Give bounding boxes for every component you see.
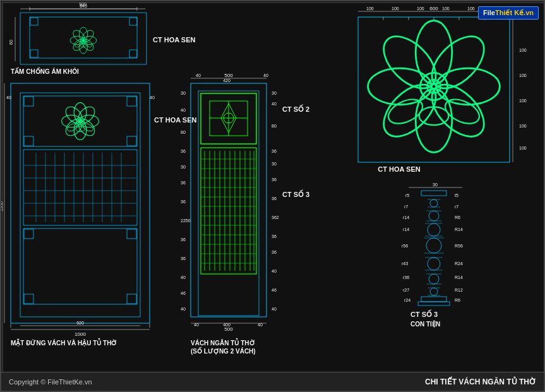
- svg-text:40: 40: [181, 275, 186, 280]
- svg-text:2250: 2250: [181, 218, 191, 223]
- svg-point-201: [430, 288, 438, 295]
- svg-rect-35: [127, 136, 136, 146]
- svg-text:40: 40: [150, 95, 155, 100]
- svg-text:36: 36: [181, 181, 186, 185]
- svg-text:46: 46: [272, 288, 277, 292]
- footer-title: CHI TIẾT VÁCH NGĂN TỦ THỜ: [425, 377, 536, 386]
- svg-rect-48: [23, 150, 137, 225]
- svg-text:r56: r56: [402, 244, 408, 248]
- svg-text:r27: r27: [403, 288, 409, 292]
- svg-text:r5: r5: [405, 193, 409, 198]
- svg-rect-7: [30, 50, 38, 57]
- svg-text:R56: R56: [455, 244, 463, 248]
- svg-text:r24: r24: [404, 298, 410, 302]
- svg-text:40: 40: [196, 73, 201, 78]
- svg-text:30: 30: [272, 162, 277, 166]
- svg-rect-205: [418, 302, 450, 306]
- svg-point-186: [429, 211, 439, 221]
- svg-text:30: 30: [181, 165, 186, 169]
- svg-text:500: 500: [224, 326, 233, 332]
- svg-text:36: 36: [272, 196, 277, 201]
- logo-badge: FileThiết Kế.vn: [478, 6, 539, 20]
- svg-text:362: 362: [272, 215, 279, 220]
- svg-point-183: [430, 199, 438, 207]
- svg-text:R6: R6: [455, 215, 460, 220]
- svg-text:36: 36: [272, 177, 277, 182]
- svg-point-167: [416, 21, 452, 85]
- svg-text:40: 40: [272, 307, 277, 311]
- svg-point-172: [374, 75, 445, 146]
- ct-hoa-sen-label-2: CT HOA SEN: [154, 116, 196, 124]
- svg-point-179: [419, 107, 449, 125]
- svg-text:40: 40: [272, 102, 277, 106]
- svg-point-15: [70, 36, 84, 44]
- svg-text:R6: R6: [455, 298, 460, 302]
- svg-rect-34: [24, 136, 33, 146]
- svg-text:420: 420: [223, 78, 231, 83]
- svg-text:60: 60: [9, 40, 13, 45]
- svg-text:36: 36: [181, 149, 186, 153]
- svg-rect-5: [30, 18, 38, 25]
- ct-so-3-label-1: CT SỐ 3: [282, 189, 309, 198]
- svg-text:t5: t5: [455, 193, 458, 198]
- vach-ngan-label: VÁCH NGĂN TỦ THỜ: [191, 338, 255, 347]
- svg-text:30: 30: [433, 182, 438, 187]
- svg-text:100: 100: [519, 146, 527, 150]
- svg-rect-66: [127, 229, 136, 239]
- so-luong-label: (SỐ LƯỢNG 2 VÁCH): [191, 347, 256, 355]
- svg-rect-87: [201, 148, 256, 274]
- svg-text:80: 80: [181, 130, 186, 134]
- svg-text:100: 100: [519, 98, 527, 103]
- svg-text:46: 46: [181, 291, 186, 295]
- svg-point-189: [428, 223, 440, 236]
- svg-text:40: 40: [181, 108, 186, 112]
- mat-dung-label: MẶT ĐỨNG VÁCH VÀ HẬU TỦ THỜ: [11, 338, 117, 347]
- svg-text:100: 100: [519, 124, 527, 128]
- svg-rect-67: [24, 294, 33, 304]
- svg-rect-6: [129, 18, 137, 25]
- svg-point-174: [374, 27, 445, 98]
- svg-text:R24: R24: [455, 261, 463, 266]
- svg-rect-65: [24, 229, 33, 239]
- footer-copyright: Copyright © FileThietKe.vn: [9, 378, 92, 386]
- ct-so-2-label: CT SỐ 2: [282, 104, 309, 113]
- svg-text:40: 40: [272, 269, 277, 273]
- con-tien-label: CON TIỆN: [410, 320, 440, 328]
- svg-text:r7: r7: [404, 205, 408, 209]
- svg-text:40: 40: [181, 307, 186, 311]
- svg-point-195: [428, 258, 440, 270]
- svg-text:40: 40: [258, 323, 263, 327]
- ct-hoa-sen-label-3: CT HOA SEN: [378, 165, 420, 173]
- svg-text:R14: R14: [455, 275, 463, 280]
- svg-text:r7: r7: [455, 205, 458, 209]
- svg-point-175: [420, 73, 447, 100]
- svg-text:R14: R14: [455, 227, 463, 232]
- svg-text:36: 36: [181, 256, 186, 261]
- svg-text:100: 100: [519, 48, 527, 52]
- svg-text:100: 100: [519, 73, 527, 78]
- svg-text:36: 36: [272, 250, 277, 254]
- svg-text:r36: r36: [403, 275, 409, 280]
- svg-text:36: 36: [181, 199, 186, 204]
- svg-text:36: 36: [272, 234, 277, 239]
- svg-point-198: [429, 274, 439, 284]
- logo-highlight: Thiết Kế: [495, 9, 524, 16]
- svg-text:100: 100: [442, 6, 450, 11]
- svg-text:500: 500: [224, 73, 233, 78]
- svg-text:100: 100: [467, 6, 475, 11]
- svg-point-173: [368, 68, 432, 105]
- svg-text:30: 30: [181, 91, 186, 95]
- svg-text:80: 80: [272, 124, 277, 128]
- svg-rect-8: [129, 50, 137, 57]
- svg-text:36: 36: [181, 237, 186, 242]
- svg-text:100: 100: [392, 6, 399, 11]
- svg-text:36: 36: [272, 149, 277, 153]
- tam-chong-am-khoi-label: TẤM CHỐNG ÁM KHÓI: [11, 67, 79, 75]
- svg-rect-32: [24, 97, 33, 106]
- svg-text:600: 600: [429, 6, 438, 11]
- ct-so-3-label-2: CT SỐ 3: [410, 309, 438, 318]
- svg-text:1000: 1000: [75, 331, 86, 337]
- svg-text:r14: r14: [403, 227, 409, 232]
- ct-hoa-sen-label-1: CT HOA SEN: [153, 36, 195, 44]
- svg-text:40: 40: [6, 95, 11, 100]
